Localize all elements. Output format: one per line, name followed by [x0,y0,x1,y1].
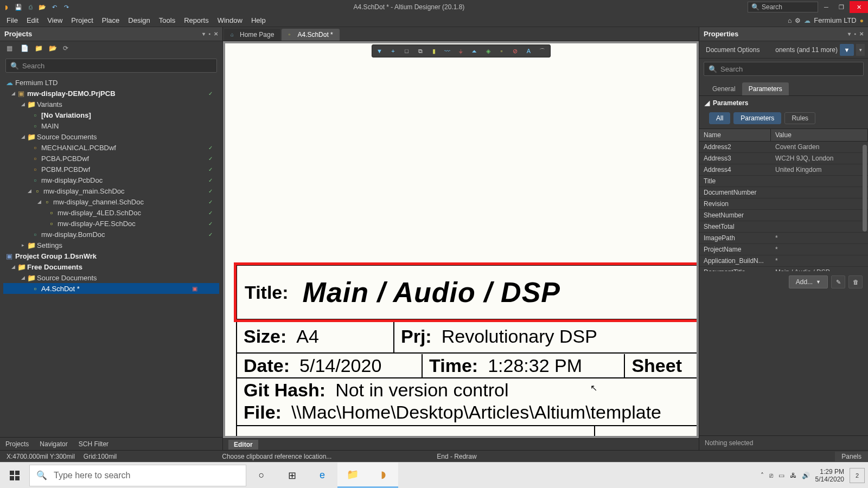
expand-icon[interactable]: ◢ [26,188,33,194]
menu-project[interactable]: Project [67,15,97,25]
tab-active-doc[interactable]: ▫A4.SchDot * [282,29,339,41]
panel-close-icon[interactable]: ✕ [214,31,218,37]
title-value[interactable]: Main / Audio / DSP [303,276,560,309]
filter-icon[interactable]: ▼ [375,47,384,55]
home-icon[interactable]: ⌂ [788,17,792,24]
tray-volume-icon[interactable]: 🔊 [802,472,810,479]
undo-icon[interactable]: ↶ [50,3,59,11]
save-icon[interactable]: 💾 [14,3,23,11]
close-button[interactable]: ✕ [850,1,868,13]
panel-dropdown-icon[interactable]: ▾ [202,31,205,37]
menu-help[interactable]: Help [247,15,270,25]
taskview-button[interactable]: ⊞ [277,463,307,488]
menu-place[interactable]: Place [98,15,124,25]
tray-clock[interactable]: 1:29 PM 5/14/2020 [815,468,844,483]
expand-icon[interactable]: ▸ [20,242,26,248]
add-button[interactable]: Add...▼ [789,275,828,288]
expand-icon[interactable]: ◢ [10,264,16,269]
panel-close-icon[interactable]: ✕ [859,31,864,37]
saveall-icon[interactable]: ⎙ [26,3,35,11]
noerc-icon[interactable]: ▫ [497,47,506,55]
tray-parallels-icon[interactable]: ⎚ [769,472,773,479]
tray-network-icon[interactable]: 🖧 [790,472,796,479]
section-parameters[interactable]: ◢Parameters [699,96,868,110]
warn-icon[interactable]: ⊘ [511,47,520,55]
scrollbar-thumb[interactable] [863,145,867,232]
projects-toolbar: ▦ 📄 📁 📂 ⟳ [0,41,222,56]
folder-plus-icon[interactable]: 📁 [35,44,43,53]
expand-icon[interactable]: ◢ [20,275,26,280]
global-search[interactable]: 🔍 Search [748,2,818,12]
tab-parameters[interactable]: Parameters [742,82,789,95]
tab-navigator[interactable]: Navigator [34,439,73,450]
refresh-icon[interactable]: ⟳ [63,44,72,53]
explorer-app[interactable]: 📁 [337,463,368,488]
square-icon[interactable]: □ [403,47,411,55]
notifications-button[interactable]: 2 [850,468,865,483]
tab-home[interactable]: ⌂Home Page [224,29,280,41]
minimize-button[interactable]: ─ [819,1,833,13]
expand-icon[interactable]: ◢ [36,199,42,204]
panel-pin-icon[interactable]: ▪ [208,31,210,37]
edit-button[interactable]: ✎ [831,275,845,288]
menu-window[interactable]: Window [213,15,247,25]
filter-button[interactable]: ▼ [840,44,854,56]
chevron-down-icon: ◢ [705,99,710,107]
filter-parameters[interactable]: Parameters [733,112,781,124]
redo-icon[interactable]: ↷ [62,3,71,11]
workspace-icon[interactable]: ▦ [7,44,15,53]
filter-dropdown[interactable]: ▾ [856,44,865,56]
netlabel-icon[interactable]: ▮ [430,47,438,55]
cloud-icon[interactable]: ☁ [804,17,810,24]
cortana-button[interactable]: ○ [246,463,277,488]
panels-button[interactable]: Panels [835,452,868,461]
menu-tools[interactable]: Tools [155,15,180,25]
dirty-badge-icon: ▣ [192,285,197,292]
expand-icon[interactable]: ◢ [20,134,26,139]
menu-view[interactable]: View [43,15,67,25]
vcc-icon[interactable]: ⏶ [470,47,479,55]
gear-icon[interactable]: ⚙ [795,17,801,24]
flag-icon[interactable]: ◈ [484,47,493,55]
projects-search[interactable]: 🔍 Search [5,59,217,73]
text-icon[interactable]: A [525,47,533,55]
wave-icon[interactable]: 〰 [443,47,452,55]
compile-icon[interactable]: 📄 [21,44,29,53]
gnd-icon[interactable]: ⏚ [457,47,465,55]
arc-icon[interactable]: ⌒ [538,47,547,55]
menu-file[interactable]: File [2,15,22,25]
project-tree[interactable]: ☁Fermium LTD ◢▣mw-display-DEMO.PrjPCB✓ ◢… [0,76,222,437]
filter-rules[interactable]: Rules [784,112,815,124]
tab-projects[interactable]: Projects [0,439,34,450]
tray-expand-icon[interactable]: ˄ [761,472,764,479]
panel-dropdown-icon[interactable]: ▾ [848,31,851,37]
tab-general[interactable]: General [706,82,742,95]
menu-design[interactable]: Design [124,15,154,25]
menu-edit[interactable]: Edit [22,15,43,25]
altium-app[interactable]: ◗ [368,463,398,488]
tab-editor[interactable]: Editor [228,440,258,450]
port-icon[interactable]: ⧉ [416,47,425,55]
expand-icon[interactable]: ◢ [20,101,26,107]
search-icon: 🔍 [36,470,47,480]
sch-icon: ▫ [43,198,51,206]
tree-item-active[interactable]: ▫A4.SchDot *▣ [3,283,219,294]
panel-pin-icon[interactable]: ▪ [854,31,856,37]
parameters-table[interactable]: Name Value Address2Covent Garden Address… [699,129,868,271]
start-button[interactable] [0,463,29,488]
folder-icon[interactable]: 📂 [49,44,58,53]
schematic-canvas[interactable]: ▼ + □ ⧉ ▮ 〰 ⏚ ⏶ ◈ ▫ ⊘ A ⌒ [225,43,697,436]
maximize-button[interactable]: ❐ [834,1,848,13]
expand-icon[interactable]: ◢ [10,91,16,96]
open-icon[interactable]: 📂 [38,3,47,11]
menu-reports[interactable]: Reports [180,15,213,25]
properties-search[interactable]: 🔍 Search [704,62,864,76]
edge-app[interactable]: e [307,463,337,488]
user-avatar-icon[interactable]: ● [860,17,864,24]
filter-all[interactable]: All [709,112,730,124]
plus-icon[interactable]: + [389,47,398,55]
tab-schfilter[interactable]: SCH Filter [73,439,114,450]
taskbar-search[interactable]: 🔍 Type here to search [29,465,246,486]
tray-battery-icon[interactable]: ▭ [778,472,784,479]
delete-button[interactable]: 🗑 [848,275,863,288]
